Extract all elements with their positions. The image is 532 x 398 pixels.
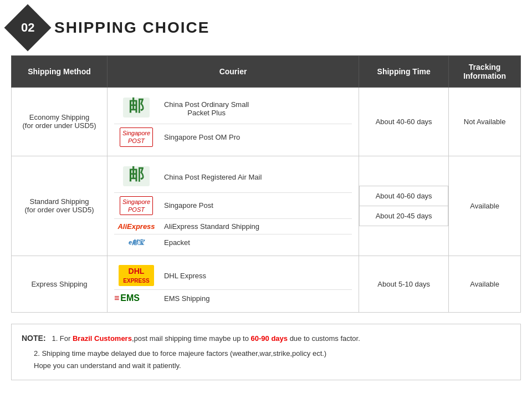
table-row: Standard Shipping(for order over USD5) 邮…: [12, 156, 521, 256]
note-line1-middle: ,post mail shipping time maybe up to: [132, 334, 251, 343]
courier-cell-economy: 邮 China Post Ordinary SmallPacket Plus S…: [107, 88, 359, 156]
singapore-post-logo-standard: SingaporePOST: [114, 196, 158, 216]
svg-text:邮: 邮: [129, 97, 144, 114]
china-post-logo: 邮: [114, 96, 158, 120]
courier-name-china-post-standard: China Post Registered Air Mail: [164, 173, 262, 181]
table-row: Express Shipping DHLEXPRESS DHL Express …: [12, 256, 521, 313]
note-section: NOTE: 1. For Brazil Customers,post mail …: [11, 324, 521, 380]
aliexpress-logo: AliExpress: [114, 222, 158, 231]
note-line-1: NOTE: 1. For Brazil Customers,post mail …: [22, 332, 510, 345]
tracking-economy: Not Available: [449, 88, 521, 156]
time-standard: About 40-60 days About 20-45 days: [359, 156, 449, 256]
courier-name-singapore-economy: Singapore Post OM Pro: [164, 133, 240, 141]
col-header-courier: Courier: [107, 56, 359, 88]
note-line1-suffix: due to customs factor.: [288, 334, 360, 343]
page-header: 02 SHIPPING CHOICE: [11, 11, 521, 44]
table-header-row: Shipping Method Courier Shipping Time Tr…: [12, 56, 521, 88]
time-standard-1: About 40-60 days: [360, 186, 448, 206]
singapore-post-logo: SingaporePOST: [114, 127, 158, 147]
courier-name-dhl: DHL Express: [164, 272, 206, 280]
method-express: Express Shipping: [12, 256, 108, 313]
note-line1-prefix: 1. For: [52, 334, 73, 343]
courier-dhl: DHLEXPRESS DHL Express: [114, 262, 352, 289]
courier-name-epacket: Epacket: [164, 238, 190, 247]
courier-singapore-post-economy: SingaporePOST Singapore Post OM Pro: [114, 124, 352, 150]
courier-cell-express: DHLEXPRESS DHL Express ≡EMS EMS Shipping: [107, 256, 359, 313]
courier-aliexpress: AliExpress AliExpress Standard Shipping: [114, 219, 352, 234]
courier-name-aliexpress: AliExpress Standard Shipping: [164, 222, 259, 231]
note-label: NOTE:: [22, 334, 46, 343]
courier-china-post-economy: 邮 China Post Ordinary SmallPacket Plus: [114, 93, 352, 124]
method-economy: Economy Shipping(for order under USD5): [12, 88, 108, 156]
badge-number: 02: [21, 22, 34, 34]
time-standard-2: About 20-45 days: [360, 206, 448, 226]
ems-logo: ≡EMS: [114, 293, 158, 303]
shipping-table: Shipping Method Courier Shipping Time Tr…: [11, 55, 521, 313]
courier-name-singapore-standard: Singapore Post: [164, 201, 213, 210]
col-header-tracking: Tracking Information: [449, 56, 521, 88]
china-post-svg: 邮: [122, 96, 151, 119]
tracking-express: Available: [449, 256, 521, 313]
china-post-logo-standard: 邮: [114, 165, 158, 189]
badge-diamond: 02: [4, 4, 52, 52]
page-title: SHIPPING CHOICE: [54, 19, 209, 37]
note-line3-text: Hope you can understand and wait it pati…: [34, 361, 181, 370]
col-header-method: Shipping Method: [12, 56, 108, 88]
courier-name-ems: EMS Shipping: [164, 294, 209, 303]
epacket-logo: e邮宝: [114, 238, 158, 247]
col-header-time: Shipping Time: [359, 56, 449, 88]
courier-cell-standard: 邮 China Post Registered Air Mail Singapo…: [107, 156, 359, 256]
courier-ems: ≡EMS EMS Shipping: [114, 290, 352, 307]
note-brazil-highlight: Brazil Customers: [73, 334, 132, 343]
method-standard: Standard Shipping(for order over USD5): [12, 156, 108, 256]
time-economy: About 40-60 days: [359, 88, 449, 156]
note-line-2: 2. Shipping time maybe delayed due to fo…: [22, 348, 510, 372]
svg-text:邮: 邮: [129, 166, 144, 183]
note-days-highlight: 60-90 days: [251, 334, 288, 343]
courier-singapore-post-standard: SingaporePOST Singapore Post: [114, 193, 352, 219]
dhl-logo: DHLEXPRESS: [114, 265, 158, 286]
time-express: About 5-10 days: [359, 256, 449, 313]
china-post-svg-2: 邮: [122, 165, 151, 187]
courier-epacket: e邮宝 Epacket: [114, 234, 352, 250]
note-line2-text: 2. Shipping time maybe delayed due to fo…: [34, 349, 326, 358]
courier-china-post-standard: 邮 China Post Registered Air Mail: [114, 162, 352, 192]
table-row: Economy Shipping(for order under USD5) 邮…: [12, 88, 521, 156]
tracking-standard: Available: [449, 156, 521, 256]
courier-name-china-post-economy: China Post Ordinary SmallPacket Plus: [164, 100, 249, 117]
